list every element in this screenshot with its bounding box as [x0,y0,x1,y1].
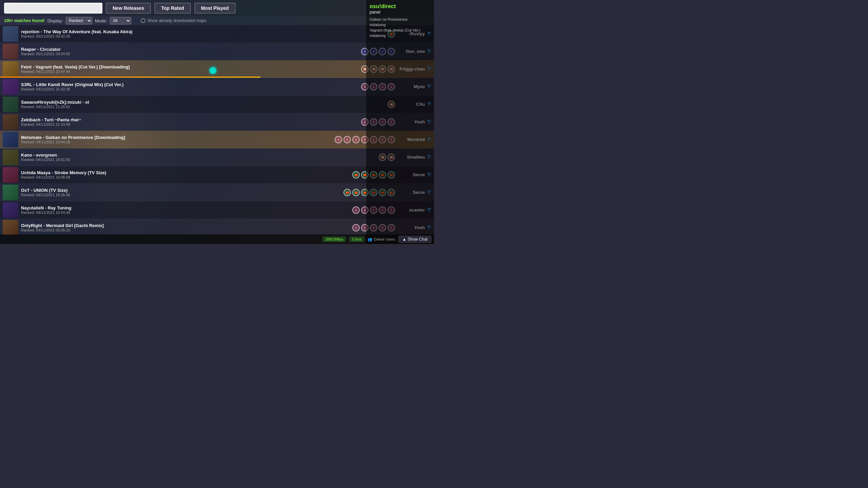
difficulty-icon: 1 [352,224,360,231]
panel-subtitle: panel [370,9,431,15]
song-title: Zektbach - Turii ~Panta rhei~ [21,117,361,122]
song-date: Ranked: 04/11/2021 16:06:08 [21,175,352,179]
mode-select[interactable]: All osu! Taiko CtB Mania [110,17,131,24]
song-date: Ranked: 04/11/2021 22:47:44 [21,69,361,74]
song-date: Ranked: 04/11/2021 18:01:50 [21,158,379,162]
song-thumbnail [3,149,18,165]
song-title: SawanoHiroyuki[nZk]:mizuki - ol [21,100,388,105]
show-downloaded-toggle[interactable]: Show already downloaded maps [141,18,206,23]
panel-item-4: initialising [370,34,431,38]
song-info: S3RL - Little Kandi Raver (Original Mix)… [21,82,361,91]
song-date: Ranked: 04/11/2021 10:04:46 [21,210,352,215]
latency-badge: 3.5ms [349,237,364,242]
song-info: Zektbach - Turii ~Panta rhei~Ranked: 04/… [21,117,361,126]
song-thumbnail [3,220,18,236]
song-date: Ranked: 04/11/2021 19:44:18 [21,140,335,144]
difficulty-icon: 1 [343,136,351,143]
song-date: Ranked: 04/11/2021 15:26:46 [21,193,343,197]
song-title: OxT - UNION (TV Size) [21,188,343,193]
song-title: S3RL - Little Kandi Raver (Original Mix)… [21,82,361,87]
right-panel: osu!direct panel Gaikan no Prominence in… [366,0,434,244]
show-chat-button[interactable]: ▲ Show Chat [398,236,431,243]
panel-item-2: initialising [370,23,431,27]
song-thumbnail [3,185,18,200]
display-label: Display: [47,18,63,23]
song-thumbnail [3,114,18,130]
panel-item-1: Gaikan no Prominence [370,17,431,21]
song-thumbnail [3,26,18,42]
chat-arrow-icon: ▲ [402,237,406,242]
song-thumbnail [3,202,18,218]
fps-badge: 288/288fps [322,237,346,242]
song-title: Uchida Maaya - Strobe Memory (TV Size) [21,170,352,175]
search-input[interactable] [4,3,102,14]
song-info: OxT - UNION (TV Size)Ranked: 04/11/2021 … [21,188,343,197]
difficulty-icon: 1 [352,206,360,214]
song-date: Ranked: 05/11/2021 03:42:26 [21,34,388,38]
song-title: OnlyRight - Mermaid Girl [Gachi Remix] [21,223,352,228]
song-info: Feint - Vagrant (feat. Veela) (Cut Ver.)… [21,64,361,74]
song-info: Metomate - Gaikan no Prominence [Downloa… [21,135,335,144]
cursor-dot [210,67,216,74]
difficulty-icon: 1 [352,136,360,143]
difficulty-icon: 1 [335,136,342,143]
song-thumbnail [3,167,18,183]
most-played-button[interactable]: Most Played [194,3,236,14]
show-chat-label: Show Chat [408,237,428,242]
online-users-button[interactable]: 👥 Online Users [368,237,395,242]
song-date: Ranked: 04/11/2021 21:26:02 [21,105,388,109]
song-date: Ranked: 04/11/2021 21:24:09 [21,122,361,126]
song-title: rejection - The Way Of Adventure (feat. … [21,29,388,34]
song-thumbnail [3,132,18,147]
new-releases-button[interactable]: New Releases [106,3,151,14]
song-title: Feint - Vagrant (feat. Veela) (Cut Ver.)… [21,64,361,69]
panel-title: osu!direct [370,3,431,9]
display-select[interactable]: Ranked Loved Qualified [66,17,92,24]
matches-count: 100+ matches found! [4,18,45,23]
song-title: Reaper - Circulator [21,47,361,52]
song-date: Ranked: 04/11/2021 03:05:15 [21,228,352,232]
download-progress-bar [0,77,260,78]
difficulty-icon: 🍎 [352,189,360,196]
show-downloaded-label: Show already downloaded maps [147,18,206,23]
song-info: Kano - evergreenRanked: 04/11/2021 18:01… [21,152,379,162]
song-title: NayutalieN - Ray Tuning [21,205,352,210]
mode-select-wrapper: All osu! Taiko CtB Mania [110,17,131,24]
song-info: NayutalieN - Ray TuningRanked: 04/11/202… [21,205,352,215]
song-date: Ranked: 04/11/2021 21:42:36 [21,87,361,91]
song-thumbnail [3,44,18,59]
mode-label: Mode: [95,18,107,23]
song-info: SawanoHiroyuki[nZk]:mizuki - olRanked: 0… [21,100,388,109]
panel-item-3: Vagrant (feat. Veela) (Cut Ver.) [370,28,431,32]
display-select-wrapper: Ranked Loved Qualified [66,17,92,24]
song-date: Ranked: 05/11/2021 03:04:50 [21,52,361,56]
song-thumbnail [3,79,18,95]
song-title: Metomate - Gaikan no Prominence [Downloa… [21,135,335,140]
online-users-label: Online Users [374,237,395,241]
difficulty-icon: 🍎 [343,189,351,196]
song-info: Uchida Maaya - Strobe Memory (TV Size)Ra… [21,170,352,179]
top-rated-button[interactable]: Top Rated [154,3,191,14]
song-title: Kano - evergreen [21,152,379,158]
difficulty-icon: 🍎 [352,171,360,179]
song-info: Reaper - CirculatorRanked: 05/11/2021 03… [21,47,361,56]
users-icon: 👥 [368,237,372,242]
song-info: OnlyRight - Mermaid Girl [Gachi Remix]Ra… [21,223,352,232]
radio-button [141,18,145,23]
main-container: New Releases Top Rated Most Played 100+ … [0,0,434,244]
bottom-bar: 288/288fps 3.5ms 👥 Online Users ▲ Show C… [0,235,434,244]
song-thumbnail [3,61,18,77]
song-info: rejection - The Way Of Adventure (feat. … [21,29,388,38]
song-thumbnail [3,97,18,112]
